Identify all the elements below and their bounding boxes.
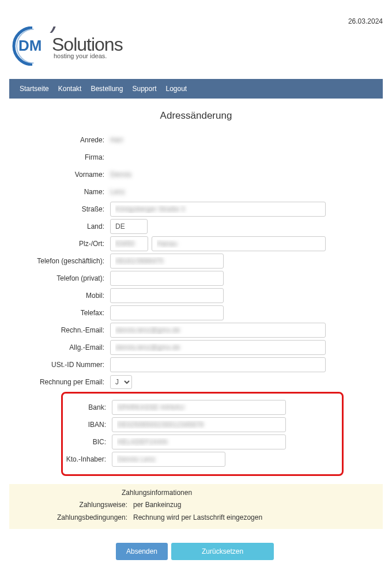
tel-privat-label: Telefon (privat):: [9, 274, 110, 282]
kto-inhaber-input[interactable]: [112, 452, 225, 467]
reset-button[interactable]: Zurücksetzen: [171, 543, 274, 560]
svg-text:Solutions: Solutions: [52, 34, 123, 55]
firma-label: Firma:: [9, 153, 110, 161]
allg-email-input[interactable]: [110, 340, 326, 355]
rechnung-email-label: Rechnung per Email:: [9, 378, 110, 386]
bank-label: Bank:: [63, 403, 112, 411]
bank-input[interactable]: [112, 400, 286, 415]
submit-button[interactable]: Absenden: [116, 543, 168, 560]
name-label: Name:: [9, 188, 110, 196]
nav-logout[interactable]: Logout: [161, 82, 191, 95]
rechn-email-label: Rechn.-Email:: [9, 326, 110, 334]
ust-id-label: USt.-ID Nummer:: [9, 361, 110, 369]
ort-input[interactable]: [152, 236, 326, 251]
zahlungsbedingungen-value: Rechnung wird per Lastschrift eingezogen: [133, 513, 262, 521]
mobil-label: Mobil:: [9, 292, 110, 300]
main-nav: Startseite Kontakt Bestellung Support Lo…: [9, 79, 383, 99]
nav-kontakt[interactable]: Kontakt: [54, 82, 86, 95]
svg-text:): ): [50, 27, 58, 33]
nav-bestellung[interactable]: Bestellung: [86, 82, 127, 95]
nav-startseite[interactable]: Startseite: [15, 82, 54, 95]
vorname-label: Vorname:: [9, 171, 110, 179]
iban-label: IBAN:: [63, 421, 112, 429]
header: 26.03.2024 DM ) Solutions hosting your i…: [9, 9, 383, 67]
land-label: Land:: [9, 222, 110, 230]
anrede-label: Anrede:: [9, 136, 110, 144]
tel-privat-input[interactable]: [110, 271, 224, 286]
zahlungsweise-label: Zahlungsweise:: [15, 501, 133, 509]
header-date: 26.03.2024: [348, 17, 383, 25]
bic-input[interactable]: [112, 434, 286, 449]
address-form: Anrede:Herr Firma: Vorname:Dennis Name:L…: [9, 132, 383, 560]
kto-inhaber-label: Kto.-Inhaber:: [63, 455, 112, 463]
tel-geschaeft-label: Telefon (geschäftlich):: [9, 257, 110, 265]
tel-geschaeft-input[interactable]: [110, 254, 224, 269]
telefax-input[interactable]: [110, 305, 224, 320]
logo[interactable]: DM ) Solutions hosting your ideas.: [9, 27, 136, 66]
payment-info-title: Zahlungsinformationen: [15, 489, 377, 497]
dm-solutions-logo-icon: DM ) Solutions hosting your ideas.: [9, 27, 136, 66]
strasse-input[interactable]: [110, 202, 326, 217]
page-title: Adressänderung: [9, 110, 383, 122]
nav-support[interactable]: Support: [127, 82, 161, 95]
zahlungsbedingungen-label: Zahlungsbedingungen:: [15, 513, 133, 521]
payment-info-box: Zahlungsinformationen Zahlungsweise:per …: [9, 484, 383, 529]
iban-input[interactable]: [112, 417, 286, 432]
svg-text:hosting your ideas.: hosting your ideas.: [54, 52, 107, 59]
mobil-input[interactable]: [110, 288, 224, 303]
bic-label: BIC:: [63, 438, 112, 446]
strasse-label: Straße:: [9, 205, 110, 213]
telefax-label: Telefax:: [9, 309, 110, 317]
zahlungsweise-value: per Bankeinzug: [133, 501, 181, 509]
plz-input[interactable]: [110, 236, 148, 251]
plz-ort-label: Plz-/Ort:: [9, 240, 110, 248]
land-input[interactable]: [110, 219, 148, 234]
allg-email-label: Allg.-Email:: [9, 343, 110, 351]
bank-details-highlight: Bank: IBAN: BIC: Kto.-Inhaber:: [61, 392, 344, 476]
name-value: Lenz: [110, 186, 125, 198]
anrede-value: Herr: [110, 134, 123, 146]
vorname-value: Dennis: [110, 168, 131, 181]
rechnung-email-select[interactable]: J: [110, 375, 132, 389]
rechn-email-input[interactable]: [110, 323, 326, 338]
svg-text:DM: DM: [18, 37, 42, 54]
ust-id-input[interactable]: [110, 357, 326, 372]
form-buttons: Absenden Zurücksetzen: [9, 543, 383, 560]
